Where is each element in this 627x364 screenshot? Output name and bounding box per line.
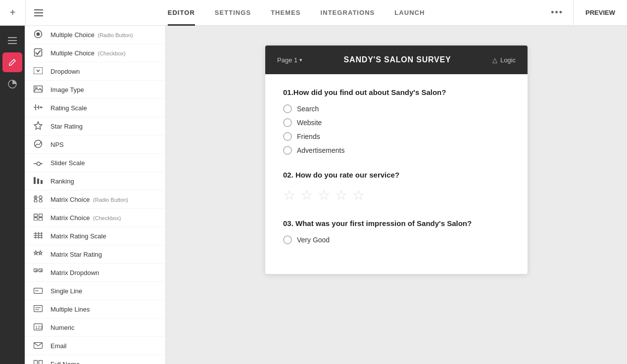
comp-numeric[interactable]: 123 Numeric [25, 318, 165, 337]
comp-multiple-choice-radio[interactable]: Multiple Choice (Radio Button) [25, 26, 165, 44]
svg-marker-41 [34, 251, 38, 255]
option-website[interactable]: Website [283, 118, 510, 127]
comp-image-type[interactable]: Image Type [25, 81, 165, 99]
option-friends[interactable]: Friends [283, 132, 510, 141]
comp-matrix-rating-scale[interactable]: Matrix Rating Scale [25, 227, 165, 245]
comp-star-rating[interactable]: Star Rating [25, 117, 165, 136]
add-button[interactable]: + [0, 0, 26, 26]
dropdown-icon [33, 67, 44, 76]
comp-matrix-star-rating[interactable]: Matrix Star Rating [25, 245, 165, 264]
comp-label-mc-radio: Multiple Choice (Radio Button) [50, 31, 133, 39]
analytics-nav-button[interactable] [2, 74, 22, 94]
comp-label-matrix-choice-radio: Matrix Choice (Radio Button) [50, 196, 128, 203]
logic-triangle-icon: △ [492, 56, 497, 64]
star-2[interactable]: ☆ [300, 187, 313, 203]
comp-nps[interactable]: NPS [25, 136, 165, 154]
comp-label-matrix-star-rating: Matrix Star Rating [50, 251, 102, 258]
comp-rating-scale[interactable]: Rating Scale [25, 99, 165, 117]
matrix-dropdown-icon [33, 269, 44, 277]
svg-marker-42 [39, 251, 43, 255]
svg-point-28 [39, 196, 42, 199]
comp-label-nps: NPS [50, 141, 64, 148]
option-label-advertisements: Advertisements [297, 146, 344, 154]
survey-card: Page 1 ▾ SANDY'S SALON SURVEY △ Logic 01… [265, 46, 528, 274]
svg-rect-1 [34, 12, 43, 13]
svg-rect-33 [34, 218, 38, 221]
option-label-very-good: Very Good [297, 236, 330, 244]
svg-rect-34 [39, 218, 43, 221]
comp-label-matrix-choice-checkbox: Matrix Choice (Checkbox) [50, 214, 121, 222]
full-name-icon [33, 360, 44, 364]
nav-tabs: EDITOR SETTINGS THEMES INTEGRATIONS LAUN… [51, 0, 541, 26]
multiple-lines-icon [33, 305, 44, 314]
star-3[interactable]: ☆ [318, 187, 330, 203]
question-3: 03. What was your first impression of Sa… [283, 219, 510, 244]
matrix-star-icon [33, 250, 44, 259]
checkbox-icon [33, 48, 44, 58]
comp-matrix-dropdown[interactable]: Matrix Dropdown [25, 264, 165, 282]
survey-header: Page 1 ▾ SANDY'S SALON SURVEY △ Logic [265, 46, 528, 74]
star-icon [33, 121, 44, 131]
question-1: 01.How did you find out about Sandy's Sa… [283, 88, 510, 155]
comp-ranking[interactable]: Ranking [25, 172, 165, 190]
comp-label-matrix-rating-scale: Matrix Rating Scale [50, 232, 106, 240]
comp-label-image-type: Image Type [50, 86, 84, 93]
tab-integrations[interactable]: INTEGRATIONS [321, 0, 375, 26]
star-1[interactable]: ☆ [283, 187, 295, 203]
tab-launch[interactable]: LAUNCH [394, 0, 425, 26]
comp-slider-scale[interactable]: Slider Scale [25, 154, 165, 172]
option-label-website: Website [297, 119, 322, 127]
rating-scale-icon [33, 104, 44, 112]
more-icon[interactable]: ••• [551, 7, 563, 18]
content-area: Page 1 ▾ SANDY'S SALON SURVEY △ Logic 01… [166, 26, 627, 364]
menu-icon[interactable] [26, 0, 51, 26]
page-label[interactable]: Page 1 ▾ [277, 56, 302, 64]
image-icon [33, 86, 44, 94]
preview-button[interactable]: PREVIEW [573, 0, 627, 26]
slider-icon [33, 159, 44, 167]
svg-rect-4 [8, 40, 17, 41]
matrix-rating-icon [33, 232, 44, 240]
svg-rect-32 [39, 214, 43, 217]
question-3-text: 03. What was your first impression of Sa… [283, 219, 510, 228]
comp-label-slider-scale: Slider Scale [50, 159, 85, 167]
tab-editor[interactable]: EDITOR [168, 0, 195, 26]
icon-sidebar [0, 26, 25, 364]
tab-themes[interactable]: THEMES [271, 0, 300, 26]
svg-point-27 [35, 196, 36, 197]
comp-label-rating-scale: Rating Scale [50, 104, 87, 112]
comp-single-line[interactable]: Single Line [25, 282, 165, 300]
top-nav: + EDITOR SETTINGS THEMES INTEGRATIONS LA… [0, 0, 627, 26]
logic-button[interactable]: △ Logic [492, 56, 516, 64]
ranking-icon [33, 177, 44, 185]
survey-body: 01.How did you find out about Sandy's Sa… [265, 74, 528, 274]
option-label-search: Search [297, 105, 319, 113]
comp-dropdown[interactable]: Dropdown [25, 62, 165, 81]
svg-rect-9 [35, 48, 42, 56]
star-4[interactable]: ☆ [335, 187, 347, 203]
comp-label-numeric: Numeric [50, 324, 74, 331]
comp-full-name[interactable]: Full Name [25, 355, 165, 364]
option-advertisements[interactable]: Advertisements [283, 146, 510, 155]
comp-matrix-choice-checkbox[interactable]: Matrix Choice (Checkbox) [25, 209, 165, 227]
svg-rect-3 [8, 37, 17, 38]
comp-email[interactable]: Email [25, 337, 165, 355]
radio-icon [33, 30, 44, 40]
svg-rect-23 [34, 177, 36, 184]
edit-nav-button[interactable] [2, 52, 22, 72]
pages-nav-button[interactable] [2, 31, 22, 50]
option-search[interactable]: Search [283, 104, 510, 113]
star-5[interactable]: ☆ [352, 187, 365, 203]
svg-rect-10 [34, 67, 43, 74]
question-2: 02. How do you rate our service? ☆ ☆ ☆ ☆… [283, 171, 510, 203]
svg-rect-24 [37, 179, 39, 184]
comp-matrix-choice-radio[interactable]: Matrix Choice (Radio Button) [25, 190, 165, 209]
option-very-good[interactable]: Very Good [283, 235, 510, 244]
radio-website [283, 118, 292, 127]
svg-point-8 [37, 32, 40, 36]
comp-multiple-choice-checkbox[interactable]: Multiple Choice (Checkbox) [25, 44, 165, 62]
comp-multiple-lines[interactable]: Multiple Lines [25, 300, 165, 318]
question-2-text: 02. How do you rate our service? [283, 171, 510, 179]
tab-settings[interactable]: SETTINGS [215, 0, 251, 26]
comp-label-matrix-dropdown: Matrix Dropdown [50, 269, 99, 276]
